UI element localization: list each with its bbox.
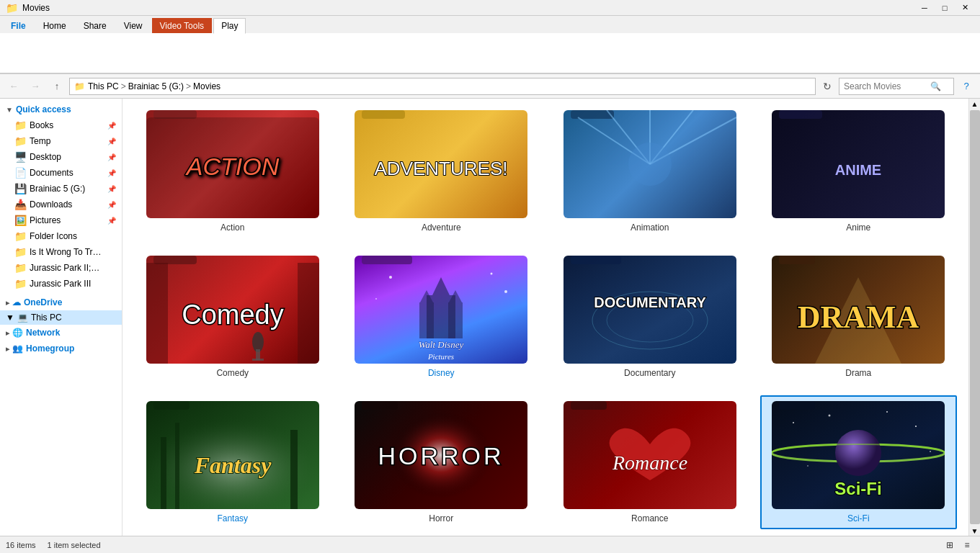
svg-rect-44 bbox=[290, 430, 298, 509]
svg-point-31 bbox=[504, 290, 507, 293]
folder-drama[interactable]: DRAMA Drama bbox=[760, 250, 958, 384]
folder-comedy[interactable]: Comedy Comedy bbox=[134, 250, 331, 384]
status-items: 16 items bbox=[6, 541, 36, 549]
sidebar-item-isit[interactable]: 📁 Is It Wrong To Try T... bbox=[0, 244, 122, 260]
sidebar-section-homegroup[interactable]: ▸ 👥 Homegroup bbox=[0, 341, 122, 356]
homegroup-arrow: ▸ bbox=[6, 345, 9, 353]
sidebar-item-foldericons[interactable]: 📁 Folder Icons bbox=[0, 228, 122, 244]
sidebar-item-jurassic2[interactable]: 📁 Jurassic Park II; The... bbox=[0, 260, 122, 276]
folder-adventure-label: Adventure bbox=[422, 222, 461, 233]
sidebar-jurassic2-label: Jurassic Park II; The... bbox=[30, 263, 102, 273]
scroll-up[interactable]: ▲ bbox=[970, 99, 980, 109]
sidebar-item-documents[interactable]: 📄 Documents 📌 bbox=[0, 165, 122, 181]
sidebar-temp-label: Temp bbox=[30, 136, 50, 146]
svg-rect-34 bbox=[571, 256, 621, 264]
tab-view[interactable]: View bbox=[116, 18, 151, 33]
forward-button[interactable]: → bbox=[26, 77, 45, 96]
folder-romance[interactable]: Romance Romance bbox=[551, 395, 749, 529]
sidebar-section-onedrive[interactable]: ▸ ☁ OneDrive bbox=[0, 295, 122, 310]
homegroup-icon: 👥 bbox=[12, 343, 23, 354]
svg-text:Fantasy: Fantasy bbox=[193, 452, 271, 478]
sidebar-item-desktop[interactable]: 🖥️ Desktop 📌 bbox=[0, 149, 122, 165]
sidebar-onedrive-label: OneDrive bbox=[24, 297, 62, 307]
svg-rect-45 bbox=[175, 423, 179, 509]
close-button[interactable]: ✕ bbox=[956, 1, 974, 14]
svg-text:ANIME: ANIME bbox=[835, 162, 881, 178]
svg-point-18 bbox=[252, 332, 264, 352]
scroll-down[interactable]: ▼ bbox=[970, 526, 980, 536]
content-area: ACTION Action ADVENTURES! Adventure bbox=[122, 99, 968, 536]
svg-point-60 bbox=[835, 430, 881, 476]
folder-comedy-svg: Comedy bbox=[146, 256, 319, 364]
sidebar-item-temp[interactable]: 📁 Temp 📌 bbox=[0, 133, 122, 149]
refresh-button[interactable]: ↻ bbox=[819, 78, 836, 95]
path-icon: 📁 bbox=[74, 81, 85, 91]
brainiac-icon: 💾 bbox=[14, 183, 27, 194]
thispc-arrow: ▼ bbox=[6, 313, 14, 323]
search-input[interactable] bbox=[844, 81, 930, 91]
address-path[interactable]: 📁 This PC > Brainiac 5 (G:) > Movies bbox=[69, 78, 816, 95]
view-large-icons-button[interactable]: ⊞ bbox=[943, 538, 957, 552]
maximize-button[interactable]: □ bbox=[935, 1, 954, 14]
sidebar-item-downloads[interactable]: 📥 Downloads 📌 bbox=[0, 197, 122, 212]
tab-videotools[interactable]: Video Tools bbox=[152, 18, 213, 33]
svg-rect-20 bbox=[252, 359, 264, 361]
sidebar-thispc-label: This PC bbox=[31, 313, 62, 323]
tab-play[interactable]: Play bbox=[213, 18, 246, 34]
folder-fantasy-svg: Fantasy bbox=[146, 401, 319, 509]
folder-adventure[interactable]: ADVENTURES! Adventure bbox=[343, 104, 540, 238]
svg-text:Sci-Fi: Sci-Fi bbox=[835, 479, 882, 498]
sidebar-section-network[interactable]: ▸ 🌐 Network bbox=[0, 325, 122, 341]
svg-rect-21 bbox=[362, 256, 412, 264]
svg-rect-15 bbox=[146, 263, 168, 364]
scroll-thumb[interactable] bbox=[970, 110, 980, 524]
svg-rect-25 bbox=[448, 302, 463, 338]
sidebar-quickaccess-label: Quick access bbox=[16, 104, 71, 114]
folder-animation[interactable]: Animation bbox=[551, 104, 749, 238]
search-box: 🔍 bbox=[839, 78, 954, 95]
folder-documentary-label: Documentary bbox=[624, 368, 675, 378]
sidebar-item-thispc[interactable]: ▼ 💻 This PC bbox=[0, 310, 122, 325]
sidebar-item-jurassic3[interactable]: 📁 Jurassic Park III bbox=[0, 276, 122, 292]
title-bar: 📁 Movies ─ □ ✕ bbox=[0, 0, 980, 16]
sidebar-item-brainiac[interactable]: 💾 Brainiac 5 (G:) 📌 bbox=[0, 181, 122, 197]
up-button[interactable]: ↑ bbox=[48, 77, 66, 96]
status-right: ⊞ ≡ bbox=[943, 538, 974, 552]
tab-share[interactable]: Share bbox=[76, 18, 115, 33]
folder-scifi[interactable]: Sci-Fi Sci-Fi bbox=[760, 395, 958, 529]
svg-text:DRAMA: DRAMA bbox=[798, 300, 919, 335]
desktop-pin: 📌 bbox=[107, 153, 116, 161]
books-pin: 📌 bbox=[107, 122, 116, 130]
svg-point-53 bbox=[793, 422, 794, 423]
minimize-button[interactable]: ─ bbox=[915, 1, 934, 14]
view-details-button[interactable]: ≡ bbox=[960, 538, 974, 552]
folder-action[interactable]: ACTION Action bbox=[134, 104, 331, 238]
foldericons-icon: 📁 bbox=[14, 230, 27, 242]
pictures-pin: 📌 bbox=[107, 217, 116, 225]
sidebar-jurassic3-label: Jurassic Park III bbox=[30, 279, 91, 289]
folder-drama-label: Drama bbox=[845, 368, 871, 378]
back-button[interactable]: ← bbox=[4, 77, 23, 96]
folder-horror[interactable]: HORROR Horror bbox=[343, 395, 540, 529]
sidebar-documents-label: Documents bbox=[30, 168, 74, 178]
folder-romance-label: Romance bbox=[631, 513, 668, 523]
folder-animation-svg bbox=[564, 110, 736, 218]
path-movies: Movies bbox=[193, 81, 220, 91]
sidebar-desktop-label: Desktop bbox=[30, 152, 61, 162]
folder-action-svg: ACTION bbox=[146, 110, 319, 218]
folder-documentary[interactable]: DOCUMENTARY Documentary bbox=[551, 250, 749, 384]
folder-disney[interactable]: Walt Disney Pictures Disney bbox=[343, 250, 540, 384]
help-button[interactable]: ? bbox=[957, 77, 976, 96]
sidebar-item-pictures[interactable]: 🖼️ Pictures 📌 bbox=[0, 212, 122, 228]
folder-anime[interactable]: ANIME Anime bbox=[760, 104, 958, 238]
tab-file[interactable]: File bbox=[3, 18, 34, 33]
svg-rect-52 bbox=[779, 401, 815, 410]
scrollbar[interactable]: ▲ ▼ bbox=[968, 99, 980, 536]
folder-fantasy[interactable]: Fantasy Fantasy bbox=[134, 395, 331, 529]
sidebar-item-books[interactable]: 📁 Books 📌 bbox=[0, 117, 122, 133]
sidebar-section-quickaccess[interactable]: ▼ Quick access bbox=[0, 102, 122, 117]
main-area: ▼ Quick access 📁 Books 📌 📁 Temp 📌 🖥️ Des… bbox=[0, 99, 980, 536]
documents-icon: 📄 bbox=[14, 167, 27, 179]
sidebar: ▼ Quick access 📁 Books 📌 📁 Temp 📌 🖥️ Des… bbox=[0, 99, 122, 536]
tab-home[interactable]: Home bbox=[35, 18, 74, 33]
